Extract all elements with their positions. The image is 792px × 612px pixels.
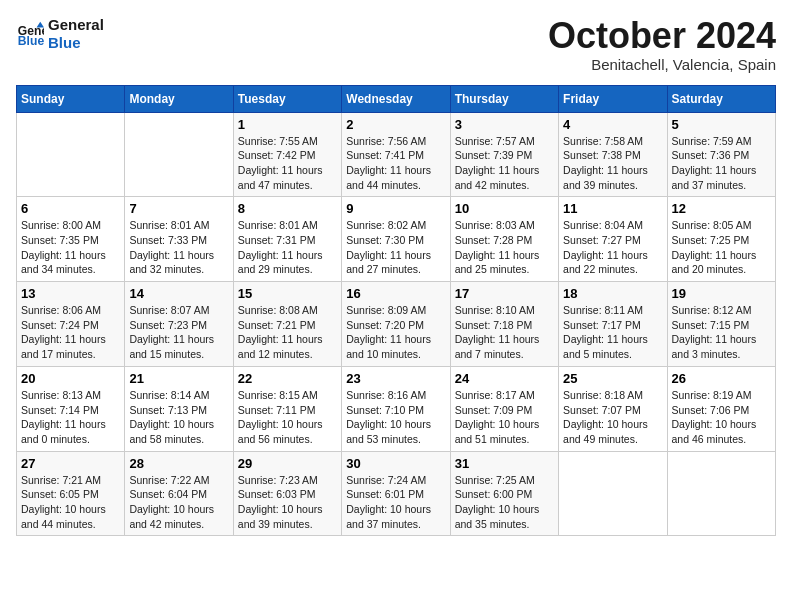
day-number: 14: [129, 286, 228, 301]
day-info: Sunrise: 7:25 AM Sunset: 6:00 PM Dayligh…: [455, 473, 554, 532]
day-number: 20: [21, 371, 120, 386]
calendar-cell: 25Sunrise: 8:18 AM Sunset: 7:07 PM Dayli…: [559, 366, 667, 451]
calendar-week: 1Sunrise: 7:55 AM Sunset: 7:42 PM Daylig…: [17, 112, 776, 197]
day-number: 30: [346, 456, 445, 471]
calendar-cell: 7Sunrise: 8:01 AM Sunset: 7:33 PM Daylig…: [125, 197, 233, 282]
calendar-cell: 13Sunrise: 8:06 AM Sunset: 7:24 PM Dayli…: [17, 282, 125, 367]
day-info: Sunrise: 8:09 AM Sunset: 7:20 PM Dayligh…: [346, 303, 445, 362]
day-number: 27: [21, 456, 120, 471]
calendar-cell: 21Sunrise: 8:14 AM Sunset: 7:13 PM Dayli…: [125, 366, 233, 451]
calendar-cell: 19Sunrise: 8:12 AM Sunset: 7:15 PM Dayli…: [667, 282, 775, 367]
day-number: 23: [346, 371, 445, 386]
calendar-cell: 20Sunrise: 8:13 AM Sunset: 7:14 PM Dayli…: [17, 366, 125, 451]
day-number: 18: [563, 286, 662, 301]
header-day: Friday: [559, 85, 667, 112]
day-number: 13: [21, 286, 120, 301]
day-number: 26: [672, 371, 771, 386]
calendar-cell: 2Sunrise: 7:56 AM Sunset: 7:41 PM Daylig…: [342, 112, 450, 197]
day-info: Sunrise: 8:16 AM Sunset: 7:10 PM Dayligh…: [346, 388, 445, 447]
day-number: 29: [238, 456, 337, 471]
day-info: Sunrise: 8:10 AM Sunset: 7:18 PM Dayligh…: [455, 303, 554, 362]
day-info: Sunrise: 7:58 AM Sunset: 7:38 PM Dayligh…: [563, 134, 662, 193]
calendar-cell: 6Sunrise: 8:00 AM Sunset: 7:35 PM Daylig…: [17, 197, 125, 282]
day-number: 19: [672, 286, 771, 301]
subtitle: Benitachell, Valencia, Spain: [548, 56, 776, 73]
header-day: Saturday: [667, 85, 775, 112]
day-info: Sunrise: 8:13 AM Sunset: 7:14 PM Dayligh…: [21, 388, 120, 447]
calendar-cell: 14Sunrise: 8:07 AM Sunset: 7:23 PM Dayli…: [125, 282, 233, 367]
header-row: SundayMondayTuesdayWednesdayThursdayFrid…: [17, 85, 776, 112]
day-number: 21: [129, 371, 228, 386]
day-info: Sunrise: 8:04 AM Sunset: 7:27 PM Dayligh…: [563, 218, 662, 277]
calendar-header: SundayMondayTuesdayWednesdayThursdayFrid…: [17, 85, 776, 112]
calendar-cell: 22Sunrise: 8:15 AM Sunset: 7:11 PM Dayli…: [233, 366, 341, 451]
day-info: Sunrise: 7:59 AM Sunset: 7:36 PM Dayligh…: [672, 134, 771, 193]
day-info: Sunrise: 8:12 AM Sunset: 7:15 PM Dayligh…: [672, 303, 771, 362]
calendar-week: 27Sunrise: 7:21 AM Sunset: 6:05 PM Dayli…: [17, 451, 776, 536]
day-info: Sunrise: 7:57 AM Sunset: 7:39 PM Dayligh…: [455, 134, 554, 193]
logo-line2: Blue: [48, 34, 104, 52]
calendar-cell: 10Sunrise: 8:03 AM Sunset: 7:28 PM Dayli…: [450, 197, 558, 282]
day-info: Sunrise: 8:19 AM Sunset: 7:06 PM Dayligh…: [672, 388, 771, 447]
calendar-cell: 4Sunrise: 7:58 AM Sunset: 7:38 PM Daylig…: [559, 112, 667, 197]
calendar-cell: 1Sunrise: 7:55 AM Sunset: 7:42 PM Daylig…: [233, 112, 341, 197]
day-number: 28: [129, 456, 228, 471]
calendar-cell: 3Sunrise: 7:57 AM Sunset: 7:39 PM Daylig…: [450, 112, 558, 197]
svg-text:Blue: Blue: [18, 34, 44, 48]
day-number: 24: [455, 371, 554, 386]
calendar-cell: 8Sunrise: 8:01 AM Sunset: 7:31 PM Daylig…: [233, 197, 341, 282]
day-info: Sunrise: 8:17 AM Sunset: 7:09 PM Dayligh…: [455, 388, 554, 447]
day-number: 31: [455, 456, 554, 471]
logo: General Blue General Blue: [16, 16, 104, 52]
day-info: Sunrise: 7:22 AM Sunset: 6:04 PM Dayligh…: [129, 473, 228, 532]
day-number: 4: [563, 117, 662, 132]
day-info: Sunrise: 8:08 AM Sunset: 7:21 PM Dayligh…: [238, 303, 337, 362]
day-number: 9: [346, 201, 445, 216]
day-number: 16: [346, 286, 445, 301]
calendar-week: 20Sunrise: 8:13 AM Sunset: 7:14 PM Dayli…: [17, 366, 776, 451]
header-day: Sunday: [17, 85, 125, 112]
day-info: Sunrise: 8:01 AM Sunset: 7:33 PM Dayligh…: [129, 218, 228, 277]
header-day: Monday: [125, 85, 233, 112]
calendar-cell: 27Sunrise: 7:21 AM Sunset: 6:05 PM Dayli…: [17, 451, 125, 536]
day-info: Sunrise: 8:14 AM Sunset: 7:13 PM Dayligh…: [129, 388, 228, 447]
day-info: Sunrise: 7:56 AM Sunset: 7:41 PM Dayligh…: [346, 134, 445, 193]
day-info: Sunrise: 8:02 AM Sunset: 7:30 PM Dayligh…: [346, 218, 445, 277]
calendar-cell: 30Sunrise: 7:24 AM Sunset: 6:01 PM Dayli…: [342, 451, 450, 536]
day-info: Sunrise: 8:18 AM Sunset: 7:07 PM Dayligh…: [563, 388, 662, 447]
calendar-cell: [125, 112, 233, 197]
calendar-cell: [667, 451, 775, 536]
calendar-cell: 31Sunrise: 7:25 AM Sunset: 6:00 PM Dayli…: [450, 451, 558, 536]
day-number: 5: [672, 117, 771, 132]
day-info: Sunrise: 8:11 AM Sunset: 7:17 PM Dayligh…: [563, 303, 662, 362]
header-day: Wednesday: [342, 85, 450, 112]
day-info: Sunrise: 8:05 AM Sunset: 7:25 PM Dayligh…: [672, 218, 771, 277]
calendar-cell: 17Sunrise: 8:10 AM Sunset: 7:18 PM Dayli…: [450, 282, 558, 367]
day-number: 22: [238, 371, 337, 386]
day-number: 12: [672, 201, 771, 216]
day-number: 15: [238, 286, 337, 301]
header-day: Tuesday: [233, 85, 341, 112]
calendar-table: SundayMondayTuesdayWednesdayThursdayFrid…: [16, 85, 776, 537]
logo-icon: General Blue: [16, 20, 44, 48]
day-number: 11: [563, 201, 662, 216]
calendar-week: 6Sunrise: 8:00 AM Sunset: 7:35 PM Daylig…: [17, 197, 776, 282]
day-number: 1: [238, 117, 337, 132]
title-block: October 2024 Benitachell, Valencia, Spai…: [548, 16, 776, 73]
calendar-cell: 12Sunrise: 8:05 AM Sunset: 7:25 PM Dayli…: [667, 197, 775, 282]
day-info: Sunrise: 7:24 AM Sunset: 6:01 PM Dayligh…: [346, 473, 445, 532]
day-info: Sunrise: 8:15 AM Sunset: 7:11 PM Dayligh…: [238, 388, 337, 447]
day-info: Sunrise: 7:21 AM Sunset: 6:05 PM Dayligh…: [21, 473, 120, 532]
page-header: General Blue General Blue October 2024 B…: [16, 16, 776, 73]
calendar-cell: 9Sunrise: 8:02 AM Sunset: 7:30 PM Daylig…: [342, 197, 450, 282]
day-info: Sunrise: 8:01 AM Sunset: 7:31 PM Dayligh…: [238, 218, 337, 277]
day-info: Sunrise: 8:00 AM Sunset: 7:35 PM Dayligh…: [21, 218, 120, 277]
day-number: 17: [455, 286, 554, 301]
day-info: Sunrise: 7:23 AM Sunset: 6:03 PM Dayligh…: [238, 473, 337, 532]
calendar-cell: 29Sunrise: 7:23 AM Sunset: 6:03 PM Dayli…: [233, 451, 341, 536]
day-info: Sunrise: 8:06 AM Sunset: 7:24 PM Dayligh…: [21, 303, 120, 362]
calendar-cell: 16Sunrise: 8:09 AM Sunset: 7:20 PM Dayli…: [342, 282, 450, 367]
header-day: Thursday: [450, 85, 558, 112]
calendar-cell: 23Sunrise: 8:16 AM Sunset: 7:10 PM Dayli…: [342, 366, 450, 451]
calendar-body: 1Sunrise: 7:55 AM Sunset: 7:42 PM Daylig…: [17, 112, 776, 536]
